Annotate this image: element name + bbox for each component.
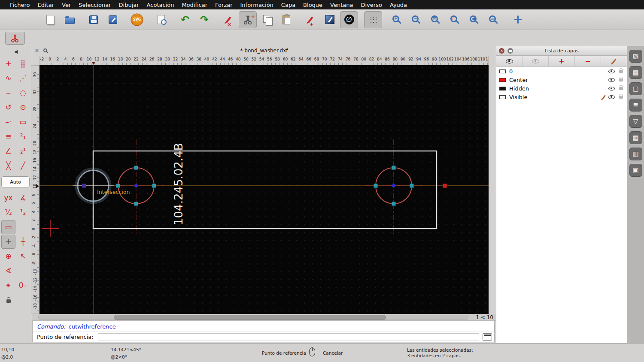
menu-item[interactable]: Ayuda xyxy=(386,2,411,8)
menu-item[interactable]: Capa xyxy=(277,2,299,8)
save-button[interactable] xyxy=(85,11,103,28)
new-document-button[interactable] xyxy=(41,11,59,28)
delete-entity-button[interactable] xyxy=(219,11,237,28)
snap-intersection-tool[interactable]: ⌖ xyxy=(1,278,15,293)
remove-layer-button[interactable]: − xyxy=(575,56,601,66)
grid-toggle-button[interactable] xyxy=(364,11,382,28)
menu-item[interactable]: Ver xyxy=(58,2,75,8)
cut-with-reference-button[interactable]: + xyxy=(239,11,257,28)
layer-row[interactable]: Visible xyxy=(496,93,627,101)
snap-free-tool[interactable]: + xyxy=(1,235,15,249)
layer-lock-icon[interactable] xyxy=(619,78,623,81)
print-preview-button[interactable] xyxy=(152,11,170,28)
menu-item[interactable]: Acotación xyxy=(143,2,178,8)
reference-point-handle[interactable] xyxy=(82,184,86,188)
menu-item[interactable]: Forzar xyxy=(211,2,236,8)
layer-list-panel-button[interactable]: ▤ xyxy=(629,66,642,79)
draw-circle-2p-tool[interactable]: ◌ xyxy=(16,86,30,100)
layer-lock-icon[interactable] xyxy=(619,87,623,90)
layer-lock-icon[interactable] xyxy=(619,96,623,99)
property-editor-panel-button[interactable]: ▧ xyxy=(629,50,642,63)
open-file-button[interactable] xyxy=(61,11,79,28)
attributes-button[interactable] xyxy=(321,11,339,28)
snap-on-entity-tool[interactable]: ┼ xyxy=(16,235,30,249)
toggle-other-layers-visibility-button[interactable] xyxy=(522,56,549,66)
layer-row[interactable]: Hidden xyxy=(496,84,627,93)
draw-rectangle-tool[interactable]: ▭ xyxy=(16,115,30,129)
copy-button[interactable] xyxy=(258,11,276,28)
drawing-area[interactable]: 104.245.02.4B Intersección xyxy=(39,65,489,314)
circle-center-point-right[interactable] xyxy=(392,184,395,187)
menu-item[interactable]: Modificar xyxy=(178,2,211,8)
layer-visibility-eye-icon[interactable] xyxy=(608,87,615,90)
snap-angle-tool[interactable]: ∢ xyxy=(1,264,15,278)
draw-point-tool[interactable]: + xyxy=(1,57,15,71)
zoom-selection-button[interactable]: ▢ xyxy=(446,11,464,28)
zoom-out-button[interactable]: − xyxy=(407,11,425,28)
fraction-half-tool[interactable]: ½ xyxy=(1,205,15,220)
hatch-tool[interactable]: ≡ xyxy=(1,130,15,144)
selected-handle-right[interactable] xyxy=(443,184,447,188)
menu-item[interactable]: Información xyxy=(237,2,277,8)
order-sequence-tool[interactable]: ²₁ xyxy=(16,130,30,144)
current-tool-cut-button[interactable] xyxy=(5,32,25,45)
command-input[interactable] xyxy=(98,333,479,341)
command-line-panel-button[interactable]: ▥ xyxy=(629,148,642,160)
draw-revolve-tool[interactable]: ↺ xyxy=(1,100,15,115)
snap-lock-zero-tool[interactable]: 0– xyxy=(16,278,30,293)
auto-snap-button[interactable]: Auto xyxy=(1,176,30,187)
layer-row[interactable]: Center xyxy=(496,75,627,84)
collapse-panel-button[interactable]: ◀ xyxy=(0,46,32,57)
layer-visibility-eye-icon[interactable] xyxy=(608,69,615,73)
menu-item[interactable]: Diverso xyxy=(357,2,386,8)
layer-row[interactable]: 0 xyxy=(496,67,627,75)
edit-layer-button[interactable] xyxy=(601,56,627,66)
restrict-rectangle-tool[interactable]: ▭ xyxy=(1,220,15,234)
circle-center-point-left[interactable] xyxy=(134,184,138,187)
drawing-canvas[interactable]: 104.245.02.4B Intersección xyxy=(39,65,489,314)
sequence-12-tool[interactable]: ¹₂ xyxy=(16,205,30,220)
pan-button[interactable] xyxy=(509,11,527,28)
undo-button[interactable]: ↶ xyxy=(176,11,194,28)
washer-outline-rect[interactable] xyxy=(93,151,437,229)
draw-arc-tool[interactable]: ⌣ xyxy=(1,86,15,100)
snap-endpoint-tool[interactable]: ↖ xyxy=(16,249,30,263)
zoom-auto-button[interactable]: ⊡ xyxy=(427,11,445,28)
draw-pen-button[interactable] xyxy=(301,11,319,28)
edit-document-button[interactable] xyxy=(104,11,122,28)
redo-button[interactable]: ↷ xyxy=(195,11,213,28)
slash-divide-tool[interactable]: ╱ xyxy=(16,159,30,173)
horizontal-scrollbar-thumb[interactable] xyxy=(114,315,386,320)
cross-divide-tool[interactable]: ╳ xyxy=(1,159,15,173)
toggle-all-layers-visibility-button[interactable] xyxy=(496,56,522,66)
draw-point-grid-tool[interactable]: ⣿ xyxy=(16,57,30,71)
paste-button[interactable] xyxy=(277,11,295,28)
menu-item[interactable]: Bloque xyxy=(299,2,326,8)
layer-visibility-eye-icon[interactable] xyxy=(608,78,615,82)
layer-visibility-eye-icon[interactable] xyxy=(608,95,615,99)
draw-line-point-tool[interactable]: –· xyxy=(1,115,15,129)
snap-center-tool[interactable]: ⊕ xyxy=(1,249,15,263)
part-number-label[interactable]: 104.245.02.4B xyxy=(172,143,185,225)
draw-point-series-tool[interactable]: ⋰ xyxy=(16,71,30,85)
lock-relative-zero-tool[interactable] xyxy=(1,293,15,307)
view-list-panel-button[interactable]: ≣ xyxy=(629,99,642,112)
command-panel-toggle-button[interactable] xyxy=(483,333,492,341)
angle-reference-tool[interactable]: ∡ xyxy=(16,191,30,205)
draw-circle-center-tool[interactable]: ⊙ xyxy=(16,100,30,115)
draw-freehand-tool[interactable]: ∿ xyxy=(1,71,15,85)
add-layer-button[interactable]: + xyxy=(549,56,575,66)
no-fill-button[interactable]: ∅ xyxy=(340,11,358,28)
menu-item[interactable]: Dibujar xyxy=(115,2,143,8)
block-list-panel-button[interactable]: ▢ xyxy=(629,82,642,95)
angle-lines-tool[interactable]: ∠ xyxy=(1,144,15,158)
library-browser-panel-button[interactable]: ▦ xyxy=(629,131,642,144)
zoom-window-button[interactable]: ▭ xyxy=(485,11,503,28)
svg-export-button[interactable]: SVG xyxy=(128,11,146,28)
coordinate-yx-tool[interactable]: yx xyxy=(1,191,15,205)
order-reverse-tool[interactable]: ₂¹ xyxy=(16,144,30,158)
zoom-previous-button[interactable]: ◀ xyxy=(465,11,483,28)
menu-item[interactable]: Editar xyxy=(34,2,58,8)
menu-item[interactable]: Seleccionar xyxy=(75,2,115,8)
zoom-in-button[interactable]: + xyxy=(388,11,406,28)
